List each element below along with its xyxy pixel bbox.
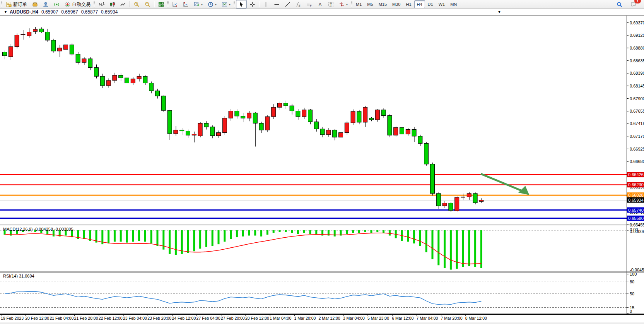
candle	[314, 122, 318, 129]
time-axis-label: 20 Feb 12:00	[25, 316, 49, 321]
fibonacci-button[interactable]: E	[293, 0, 304, 9]
line-chart-button[interactable]	[118, 0, 128, 9]
macd-histogram-bar	[389, 230, 391, 236]
channels-button[interactable]: F	[304, 0, 314, 9]
macd-histogram-bar	[193, 230, 195, 251]
candle	[58, 48, 62, 51]
rsi-label: RSI(14) 31.0694	[3, 274, 34, 278]
track-charts-button[interactable]	[180, 0, 191, 9]
ohlc-high: 0.65967	[61, 9, 78, 15]
candle	[436, 194, 441, 206]
timeframe-button-d1[interactable]: D1	[425, 0, 436, 8]
text-label-button[interactable]: T	[325, 0, 336, 9]
timeframe-button-m1[interactable]: M1	[353, 0, 364, 8]
timeframe-button-h4[interactable]: H4	[414, 0, 425, 8]
candle	[51, 40, 56, 51]
candle	[161, 96, 166, 110]
macd-histogram-bar	[224, 230, 225, 242]
horizontal-line-button[interactable]	[271, 0, 282, 9]
time-axis-label: 1 Mar 04:00	[270, 316, 291, 321]
timeframe-button-m5[interactable]: M5	[364, 0, 376, 8]
candle	[442, 203, 447, 206]
candle	[131, 79, 135, 83]
timeframe-button-mn[interactable]: MN	[448, 0, 460, 8]
trend-line-button[interactable]	[282, 0, 293, 9]
toolbar-grip[interactable]	[94, 1, 95, 7]
candle-chart-button[interactable]	[107, 0, 118, 9]
toolbar-grip[interactable]	[1, 1, 2, 7]
community-button[interactable]	[40, 0, 51, 9]
bar-chart-button[interactable]	[96, 0, 107, 9]
crosshair-button[interactable]	[247, 0, 258, 9]
candle	[369, 118, 374, 120]
zoom-in-button[interactable]	[131, 0, 142, 9]
price-line-label: 0.66230	[628, 182, 644, 187]
candle	[3, 52, 7, 56]
candle	[100, 76, 104, 86]
search-button[interactable]	[614, 0, 625, 9]
candle	[375, 110, 379, 120]
macd-histogram-bar	[175, 230, 177, 255]
notifications-button[interactable]: 1	[628, 0, 639, 9]
time-axis-label: 22 Feb 12:00	[99, 316, 123, 321]
candle	[418, 136, 422, 144]
arrow-objects-dropdown[interactable]: ▾	[336, 0, 350, 9]
vertical-line-button[interactable]	[260, 0, 271, 9]
candle	[381, 110, 386, 116]
macd-histogram-bar	[437, 230, 439, 265]
tile-windows-icon	[158, 1, 164, 7]
timeframe-button-m15[interactable]: M15	[376, 0, 389, 8]
candle	[222, 118, 227, 132]
candle	[180, 130, 184, 131]
candle	[210, 127, 215, 136]
macd-histogram-bar	[309, 230, 311, 234]
macd-histogram-bar	[297, 230, 299, 234]
time-axis-label: 7 Mar 04:00	[416, 316, 438, 321]
new-order-button[interactable]: 新订单	[3, 0, 29, 9]
toolbar-grip[interactable]	[351, 1, 352, 7]
svg-text:T: T	[330, 2, 332, 7]
symbol-dropdown-caret[interactable]: ▼	[4, 10, 7, 14]
toolbar-grip[interactable]	[234, 1, 235, 7]
toolbar-grip[interactable]	[167, 1, 169, 7]
macd-histogram-bar	[205, 230, 207, 247]
candle	[64, 45, 68, 50]
macd-histogram-bar	[236, 230, 238, 237]
templates-dropdown[interactable]: ▾	[219, 0, 233, 9]
macd-histogram-bar	[371, 230, 372, 233]
macd-histogram-bar	[120, 230, 122, 242]
funds-button[interactable]	[29, 0, 40, 9]
candle	[137, 76, 141, 79]
zoom-out-button[interactable]	[142, 0, 153, 9]
add-chart-icon	[193, 1, 200, 7]
arrange-charts-button[interactable]	[169, 0, 180, 9]
time-axis-label: 23 Feb 04:00	[123, 316, 147, 321]
price-line-label: 0.65580	[628, 216, 644, 221]
timeframe-button-h1[interactable]: H1	[403, 0, 414, 8]
candle	[345, 123, 349, 132]
add-chart-dropdown[interactable]: ▾	[191, 0, 205, 9]
macd-label: MACD(12,26,9) -0.004258 -0.003805	[3, 227, 73, 231]
timeframe-button-m30[interactable]: M30	[389, 0, 403, 8]
timeframe-button-w1[interactable]: W1	[436, 0, 448, 8]
cursor-button[interactable]	[236, 0, 247, 9]
chart-shift-marker[interactable]: ▼	[497, 10, 501, 14]
auto-trading-button[interactable]: 自动交易	[62, 0, 93, 9]
macd-histogram-bar	[456, 230, 458, 269]
candle	[70, 45, 74, 54]
candle	[290, 106, 294, 111]
tile-windows-button[interactable]	[155, 0, 166, 9]
macd-histogram-bar	[291, 230, 293, 233]
macd-histogram-bar	[334, 230, 336, 237]
candle	[113, 75, 117, 81]
periods-dropdown[interactable]: ▾	[205, 0, 219, 9]
candle	[320, 129, 325, 135]
signals-icon	[53, 1, 60, 7]
ohlc-open: 0.65907	[41, 9, 58, 15]
time-axis-label: 27 Feb 04:00	[196, 316, 220, 321]
text-button[interactable]: A	[314, 0, 325, 9]
chart-surface[interactable]: 0.693700.691250.688800.686350.683900.681…	[0, 0, 644, 324]
candle	[9, 47, 13, 57]
candle	[400, 127, 404, 134]
signals-button[interactable]	[51, 0, 62, 9]
